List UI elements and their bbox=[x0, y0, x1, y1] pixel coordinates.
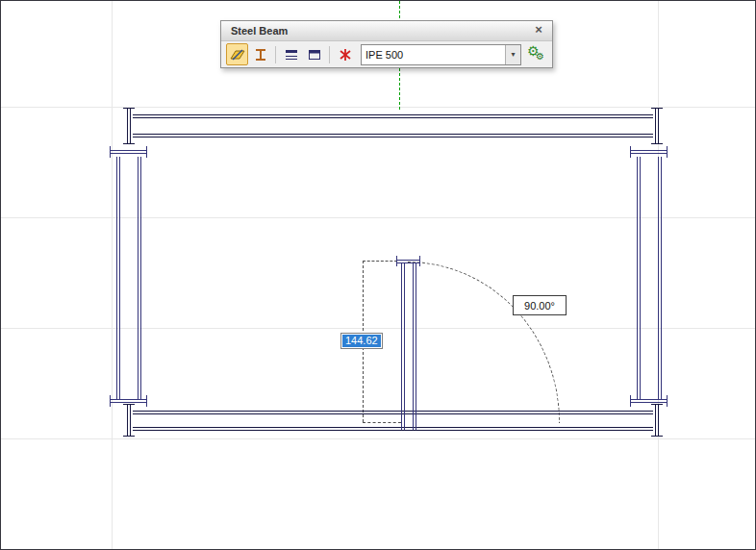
toolbar-separator bbox=[275, 46, 276, 63]
beam-line bbox=[133, 427, 653, 428]
column-line bbox=[116, 157, 117, 399]
beam-end-flange bbox=[396, 256, 397, 266]
column-end-flange bbox=[110, 395, 111, 407]
column-line bbox=[138, 157, 139, 399]
column-line bbox=[640, 157, 641, 399]
chevron-down-icon[interactable]: ▾ bbox=[505, 45, 520, 64]
beam-line bbox=[133, 411, 653, 412]
i-beam-icon bbox=[253, 47, 268, 62]
toolbar-separator bbox=[329, 46, 330, 63]
beam-end-flange bbox=[651, 404, 663, 405]
column-end-cap bbox=[631, 150, 667, 151]
palette-title-bar[interactable]: Steel Beam × bbox=[221, 21, 552, 41]
profile-combobox[interactable]: IPE 500 ▾ bbox=[361, 44, 521, 65]
beam-end-flange bbox=[651, 436, 663, 437]
beam-end-cap bbox=[397, 262, 419, 263]
column-end-flange bbox=[667, 146, 668, 158]
grid-line bbox=[112, 1, 113, 549]
dimension-input[interactable]: 144.62 bbox=[340, 333, 383, 349]
dimension-value: 144.62 bbox=[342, 335, 381, 347]
column-end-flange bbox=[110, 146, 111, 158]
beam-line bbox=[133, 137, 653, 138]
beam-line bbox=[133, 117, 653, 118]
beam-draw-icon bbox=[230, 47, 245, 62]
beam-end-flange bbox=[123, 108, 135, 109]
column-line bbox=[637, 157, 638, 399]
section-beam-button[interactable] bbox=[249, 43, 271, 65]
preview-dashed-top bbox=[363, 261, 397, 262]
gear-icon: ⚙ bbox=[536, 51, 544, 62]
beam-end-cap bbox=[655, 109, 656, 144]
insertion-axis-button[interactable] bbox=[334, 43, 356, 65]
beam-line bbox=[133, 413, 653, 414]
beam-line bbox=[404, 262, 405, 430]
beam-line bbox=[401, 262, 402, 430]
red-asterisk-icon bbox=[338, 47, 353, 62]
cad-canvas[interactable]: 90.00° 144.62 Steel Beam × bbox=[0, 0, 756, 550]
column-end-cap bbox=[631, 399, 667, 400]
beam-end-cap bbox=[658, 405, 659, 437]
angle-arc-ellipse bbox=[408, 262, 560, 423]
beam-end-cap bbox=[130, 109, 131, 144]
beam-end-cap bbox=[655, 405, 656, 437]
column-end-flange bbox=[146, 146, 147, 158]
steel-beam-palette[interactable]: Steel Beam × bbox=[220, 20, 553, 68]
grid-line bbox=[1, 107, 755, 108]
column-end-cap bbox=[111, 150, 146, 151]
angle-input[interactable]: 90.00° bbox=[513, 295, 567, 315]
beam-line bbox=[416, 262, 416, 430]
beam-end-flange bbox=[651, 143, 663, 144]
beam-end-flange bbox=[651, 108, 663, 109]
beam-end-flange bbox=[123, 436, 135, 437]
column-end-cap bbox=[111, 153, 146, 154]
column-end-flange bbox=[146, 395, 147, 407]
polyline-beam-button[interactable] bbox=[226, 43, 248, 65]
beam-end-flange bbox=[419, 256, 420, 266]
preview-dashed-bottom bbox=[363, 422, 401, 423]
column-end-cap bbox=[631, 153, 667, 154]
column-end-cap bbox=[111, 402, 146, 403]
rectangle-icon bbox=[307, 47, 322, 62]
beam-end-flange bbox=[123, 143, 135, 144]
profile-value: IPE 500 bbox=[362, 49, 505, 61]
grid-line bbox=[1, 217, 755, 218]
column-end-flange bbox=[667, 395, 668, 407]
beam-line bbox=[413, 262, 414, 430]
palette-title: Steel Beam bbox=[231, 25, 288, 37]
grid-line bbox=[1, 328, 755, 329]
beam-end-cap bbox=[127, 405, 128, 437]
column-end-flange bbox=[630, 395, 631, 407]
column-line bbox=[119, 157, 120, 399]
palette-toolbar: IPE 500 ▾ ⚙ ⚙ bbox=[221, 41, 552, 67]
column-end-flange bbox=[630, 146, 631, 158]
column-line bbox=[661, 157, 662, 399]
grid-line bbox=[1, 438, 755, 439]
beam-end-cap bbox=[130, 405, 131, 437]
column-end-cap bbox=[111, 399, 146, 400]
beam-end-cap bbox=[127, 109, 128, 144]
beam-line bbox=[133, 114, 653, 115]
align-lines-icon bbox=[284, 47, 299, 62]
beam-justify-button[interactable] bbox=[280, 43, 302, 65]
beam-line bbox=[133, 134, 653, 135]
beam-line bbox=[133, 430, 653, 431]
settings-button[interactable]: ⚙ ⚙ bbox=[526, 44, 547, 65]
column-end-cap bbox=[631, 402, 667, 403]
beam-end-cap bbox=[658, 109, 659, 144]
column-line bbox=[140, 157, 141, 399]
beam-frame-button[interactable] bbox=[303, 43, 325, 65]
column-line bbox=[658, 157, 659, 399]
beam-end-flange bbox=[123, 404, 135, 405]
angle-arc bbox=[408, 262, 562, 423]
close-icon[interactable]: × bbox=[531, 23, 546, 38]
beam-end-cap bbox=[397, 260, 419, 261]
